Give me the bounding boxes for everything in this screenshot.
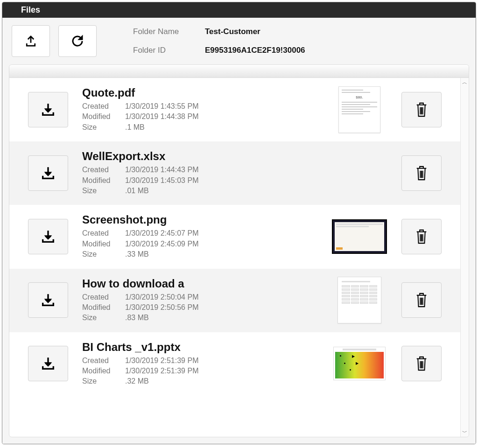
created-label: Created	[82, 165, 120, 175]
file-row: Quote.pdf Created 1/30/2019 1:43:55 PM M…	[9, 78, 460, 141]
folder-name-label: Folder Name	[133, 27, 198, 36]
size-value: .32 MB	[125, 376, 317, 386]
download-button[interactable]	[28, 282, 68, 318]
scroll-down-icon[interactable]: ﹀	[462, 429, 467, 436]
modified-label: Modified	[82, 366, 120, 376]
download-icon	[40, 165, 56, 181]
created-value: 1/30/2019 1:44:43 PM	[125, 165, 317, 175]
files-panel: Files	[2, 2, 476, 444]
file-name: BI Charts _v1.pptx	[82, 341, 317, 354]
upload-button[interactable]	[12, 25, 50, 57]
modified-label: Modified	[82, 112, 120, 122]
panel-body: Folder Name Test-Customer Folder ID E995…	[2, 18, 476, 444]
scrollbar[interactable]: ︿ ﹀	[460, 78, 469, 437]
file-name: Screenshot.png	[82, 213, 317, 226]
file-name: WellExport.xlsx	[82, 150, 317, 163]
thumbnail-slot: ▶ ▶	[331, 345, 387, 382]
modified-value: 1/30/2019 1:45:03 PM	[125, 175, 317, 186]
thumbnail-slot	[331, 155, 387, 191]
modified-label: Modified	[82, 175, 120, 186]
delete-button[interactable]	[401, 282, 442, 318]
size-label: Size	[82, 186, 120, 196]
trash-icon	[414, 228, 429, 245]
file-row: How to download a Created 1/30/2019 2:50…	[9, 269, 460, 332]
created-value: 1/30/2019 2:45:07 PM	[125, 228, 317, 238]
refresh-icon	[70, 34, 84, 48]
file-list-body: Quote.pdf Created 1/30/2019 1:43:55 PM M…	[9, 78, 469, 437]
created-value: 1/30/2019 2:50:04 PM	[125, 292, 317, 302]
file-thumbnail	[332, 219, 387, 254]
scroll-up-icon[interactable]: ︿	[462, 79, 467, 86]
file-list-header	[9, 65, 469, 78]
modified-value: 1/30/2019 1:44:38 PM	[125, 112, 317, 122]
size-value: .1 MB	[125, 122, 317, 133]
file-info: BI Charts _v1.pptx Created 1/30/2019 2:5…	[82, 341, 317, 387]
download-button[interactable]	[28, 92, 68, 127]
toolbar: Folder Name Test-Customer Folder ID E995…	[2, 18, 476, 64]
file-row: BI Charts _v1.pptx Created 1/30/2019 2:5…	[9, 332, 460, 396]
download-button[interactable]	[28, 155, 68, 191]
modified-value: 1/30/2019 2:50:56 PM	[125, 302, 317, 313]
file-info: Screenshot.png Created 1/30/2019 2:45:07…	[82, 213, 317, 259]
delete-button[interactable]	[401, 155, 442, 191]
created-label: Created	[82, 292, 120, 302]
download-icon	[40, 292, 56, 308]
delete-button[interactable]	[401, 92, 442, 127]
created-label: Created	[82, 101, 120, 112]
thumbnail-slot	[331, 218, 387, 255]
trash-icon	[414, 355, 429, 372]
file-list-panel: Quote.pdf Created 1/30/2019 1:43:55 PM M…	[9, 64, 469, 437]
size-label: Size	[82, 122, 120, 133]
file-row: Screenshot.png Created 1/30/2019 2:45:07…	[9, 205, 460, 268]
file-list[interactable]: Quote.pdf Created 1/30/2019 1:43:55 PM M…	[9, 78, 460, 437]
folder-id-label: Folder ID	[133, 46, 198, 55]
modified-value: 1/30/2019 2:45:09 PM	[125, 239, 317, 249]
created-value: 1/30/2019 1:43:55 PM	[125, 101, 317, 112]
trash-icon	[414, 292, 429, 308]
refresh-button[interactable]	[58, 25, 97, 57]
download-icon	[40, 102, 56, 118]
created-label: Created	[82, 356, 120, 366]
file-name: Quote.pdf	[82, 86, 317, 99]
file-info: WellExport.xlsx Created 1/30/2019 1:44:4…	[82, 150, 317, 196]
thumbnail-slot: $80.	[331, 91, 387, 128]
size-value: .33 MB	[125, 249, 317, 259]
thumbnail-slot	[331, 282, 387, 318]
size-label: Size	[82, 376, 120, 386]
download-button[interactable]	[28, 219, 68, 254]
file-info: Quote.pdf Created 1/30/2019 1:43:55 PM M…	[82, 86, 317, 133]
modified-label: Modified	[82, 302, 120, 313]
download-button[interactable]	[28, 346, 68, 381]
folder-name-value: Test-Customer	[205, 27, 305, 36]
modified-value: 1/30/2019 2:51:39 PM	[125, 366, 317, 376]
file-info: How to download a Created 1/30/2019 2:50…	[82, 277, 317, 323]
trash-icon	[414, 165, 429, 182]
download-icon	[40, 356, 56, 371]
trash-icon	[414, 101, 429, 118]
delete-button[interactable]	[401, 346, 442, 381]
file-name: How to download a	[82, 277, 317, 290]
modified-label: Modified	[82, 239, 120, 249]
file-thumbnail: ▶ ▶	[333, 347, 386, 380]
folder-meta: Folder Name Test-Customer Folder ID E995…	[133, 27, 305, 55]
created-value: 1/30/2019 2:51:39 PM	[125, 356, 317, 366]
size-label: Size	[82, 249, 120, 259]
created-label: Created	[82, 228, 120, 238]
folder-id-value: E9953196A1CE2F19!30006	[205, 46, 305, 55]
delete-button[interactable]	[401, 219, 442, 254]
file-row: WellExport.xlsx Created 1/30/2019 1:44:4…	[9, 141, 460, 205]
download-icon	[40, 229, 56, 245]
size-value: .83 MB	[125, 313, 317, 323]
panel-title: Files	[2, 2, 476, 18]
file-thumbnail: $80.	[338, 86, 380, 133]
file-thumbnail	[337, 277, 381, 323]
upload-icon	[24, 34, 38, 48]
size-label: Size	[82, 313, 120, 323]
size-value: .01 MB	[125, 186, 317, 196]
